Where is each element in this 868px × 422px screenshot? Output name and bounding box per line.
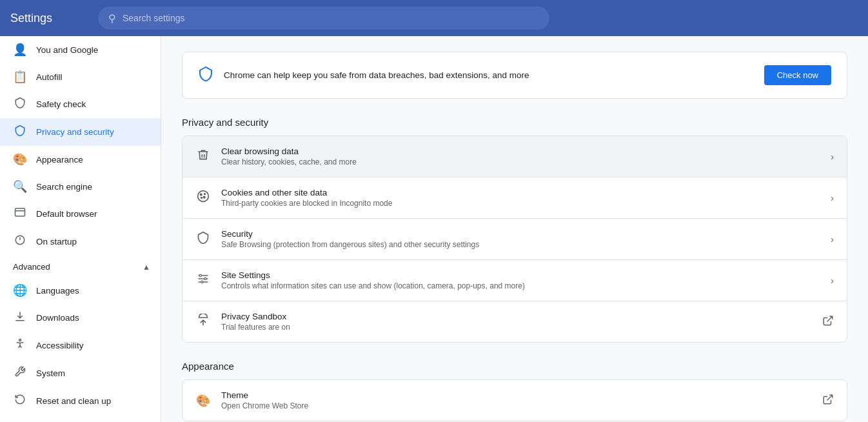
sidebar-label-reset: Reset and clean up: [36, 396, 111, 406]
security-title: Security: [221, 229, 820, 239]
sidebar-item-safety-check[interactable]: Safety check: [0, 90, 161, 118]
privacy-sandbox-row[interactable]: Privacy Sandbox Trial features are on: [182, 301, 847, 342]
sidebar-label-appearance: Appearance: [36, 155, 83, 165]
person-icon: 👤: [13, 43, 27, 57]
sidebar-label-accessibility: Accessibility: [36, 341, 84, 350]
clear-browsing-data-text: Clear browsing data Clear history, cooki…: [221, 146, 820, 166]
safety-banner-text: Chrome can help keep you safe from data …: [224, 70, 754, 80]
security-icon: [195, 231, 211, 247]
privacy-sandbox-external-icon: [822, 315, 834, 329]
site-settings-row[interactable]: Site Settings Controls what information …: [182, 260, 847, 301]
sidebar-label-system: System: [36, 368, 65, 378]
svg-point-8: [204, 194, 206, 195]
site-settings-chevron-icon: ›: [831, 276, 834, 286]
theme-text: Theme Open Chrome Web Store: [221, 390, 812, 410]
sidebar-item-on-startup[interactable]: On startup: [0, 228, 161, 256]
topbar: Settings ⚲: [0, 0, 868, 36]
sidebar-item-search-engine[interactable]: 🔍 Search engine: [0, 173, 161, 200]
svg-point-16: [201, 281, 203, 283]
svg-line-17: [827, 316, 833, 321]
sidebar-item-reset-and-clean[interactable]: Reset and clean up: [0, 387, 161, 415]
privacy-icon: [13, 125, 27, 139]
search-input[interactable]: [123, 13, 539, 23]
appearance-icon: 🎨: [13, 152, 27, 166]
security-chevron-icon: ›: [831, 234, 834, 245]
appearance-settings-card: 🎨 Theme Open Chrome Web Store: [182, 379, 847, 421]
svg-point-14: [199, 274, 201, 276]
site-settings-subtitle: Controls what information sites can use …: [221, 281, 820, 290]
cookies-icon: [195, 190, 211, 206]
clear-browsing-data-title: Clear browsing data: [221, 146, 820, 156]
sidebar-label-privacy: Privacy and security: [36, 127, 114, 137]
theme-icon: 🎨: [195, 394, 211, 408]
sidebar-item-default-browser[interactable]: Default browser: [0, 200, 161, 228]
sidebar-label-autofill: Autofill: [36, 72, 63, 82]
cookies-title: Cookies and other site data: [221, 188, 820, 197]
check-now-button[interactable]: Check now: [764, 65, 831, 85]
advanced-chevron-icon: ▲: [143, 263, 150, 272]
safety-banner-icon: [198, 66, 213, 85]
privacy-section-title: Privacy and security: [182, 117, 847, 128]
appearance-section-title: Appearance: [182, 361, 847, 372]
autofill-icon: 📋: [13, 70, 27, 84]
security-text: Security Safe Browsing (protection from …: [221, 229, 820, 249]
sidebar-label-languages: Languages: [36, 286, 79, 296]
cookies-chevron-icon: ›: [831, 193, 834, 203]
site-settings-title: Site Settings: [221, 270, 820, 280]
languages-icon: 🌐: [13, 283, 27, 297]
theme-subtitle: Open Chrome Web Store: [221, 401, 812, 410]
svg-point-7: [200, 194, 202, 196]
privacy-sandbox-subtitle: Trial features are on: [221, 323, 812, 332]
system-icon: [13, 366, 27, 381]
cookies-subtitle: Third-party cookies are blocked in Incog…: [221, 199, 820, 208]
sidebar-label-search-engine: Search engine: [36, 182, 92, 192]
sidebar-item-downloads[interactable]: Downloads: [0, 304, 161, 332]
svg-line-18: [827, 395, 833, 400]
site-settings-icon: [195, 272, 211, 288]
cookies-row[interactable]: Cookies and other site data Third-party …: [182, 177, 847, 219]
sidebar-item-languages[interactable]: 🌐 Languages: [0, 277, 161, 304]
advanced-section[interactable]: Advanced ▲: [0, 256, 161, 277]
theme-row[interactable]: 🎨 Theme Open Chrome Web Store: [182, 380, 847, 421]
sidebar-item-appearance[interactable]: 🎨 Appearance: [0, 146, 161, 173]
on-startup-icon: [13, 234, 27, 249]
svg-point-9: [203, 196, 205, 198]
search-icon: ⚲: [108, 12, 116, 25]
sidebar-label-safety-check: Safety check: [36, 99, 86, 109]
sidebar-item-privacy-and-security[interactable]: Privacy and security: [0, 118, 161, 146]
cookies-text: Cookies and other site data Third-party …: [221, 188, 820, 208]
privacy-settings-card: Clear browsing data Clear history, cooki…: [182, 136, 847, 343]
search-engine-icon: 🔍: [13, 179, 27, 194]
reset-icon: [13, 394, 27, 408]
main-content: Chrome can help keep you safe from data …: [161, 36, 868, 422]
security-subtitle: Safe Browsing (protection from dangerous…: [221, 240, 820, 249]
theme-external-icon: [822, 394, 834, 408]
svg-rect-0: [15, 208, 25, 216]
default-browser-icon: [13, 206, 27, 221]
app-title: Settings: [10, 12, 88, 25]
clear-browsing-chevron-icon: ›: [831, 152, 834, 162]
security-row[interactable]: Security Safe Browsing (protection from …: [182, 219, 847, 260]
sidebar-item-system[interactable]: System: [0, 359, 161, 387]
advanced-label: Advanced: [13, 262, 50, 272]
sidebar-item-autofill[interactable]: 📋 Autofill: [0, 63, 161, 90]
search-bar[interactable]: ⚲: [98, 6, 549, 30]
sidebar-label-you-and-google: You and Google: [36, 45, 98, 55]
theme-title: Theme: [221, 390, 812, 400]
svg-point-15: [204, 277, 206, 279]
sidebar-label-default-browser: Default browser: [36, 209, 97, 219]
trash-icon: [195, 148, 211, 165]
svg-point-6: [198, 191, 209, 202]
site-settings-text: Site Settings Controls what information …: [221, 270, 820, 290]
clear-browsing-data-subtitle: Clear history, cookies, cache, and more: [221, 157, 820, 166]
clear-browsing-data-row[interactable]: Clear browsing data Clear history, cooki…: [182, 136, 847, 177]
accessibility-icon: [13, 338, 27, 353]
sidebar-item-you-and-google[interactable]: 👤 You and Google: [0, 36, 161, 63]
sidebar-item-accessibility[interactable]: Accessibility: [0, 332, 161, 359]
privacy-sandbox-icon: [195, 314, 211, 330]
svg-point-5: [19, 339, 21, 341]
sidebar: 👤 You and Google 📋 Autofill Safety check…: [0, 36, 161, 422]
svg-point-10: [201, 197, 202, 199]
layout: 👤 You and Google 📋 Autofill Safety check…: [0, 36, 868, 422]
privacy-sandbox-title: Privacy Sandbox: [221, 312, 812, 321]
